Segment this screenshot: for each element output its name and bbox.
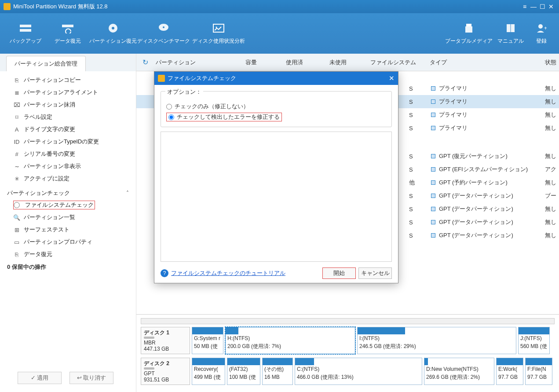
disk-usage-label: ディスク使用状況分析 xyxy=(192,37,245,45)
sidebar-item[interactable]: ✳アクティブに設定 xyxy=(0,172,136,185)
sidebar-item[interactable]: ∼パーティション非表示 xyxy=(0,160,136,172)
cell-fs: S xyxy=(409,206,431,212)
partition-box[interactable]: Recovery(499 MB (使 xyxy=(192,358,225,385)
partition-recovery-label: パーティション復元 xyxy=(89,37,137,45)
refresh-button[interactable]: ↻ xyxy=(136,58,154,66)
cell-type: GPT (データパーティション) xyxy=(431,205,532,213)
radio-check-only[interactable]: チェックのみ（修正しない） xyxy=(166,101,386,112)
filesystem-check-dialog: ファイルシステムチェック ✕ オプション： チェックのみ（修正しない） チェック… xyxy=(154,71,398,283)
sidebar-item-icon: ∼ xyxy=(13,163,20,170)
dialog-title: ファイルシステムチェック xyxy=(168,74,236,82)
partition-label: H:(NTFS) xyxy=(226,334,355,342)
register-button[interactable]: + 登録 xyxy=(528,16,555,51)
manual-label: マニュアル xyxy=(497,37,524,45)
cell-status: 無し xyxy=(532,205,559,213)
maximize-button[interactable]: ☐ xyxy=(538,3,547,10)
sidebar-item[interactable]: ⎘パーティションコピー xyxy=(0,74,136,86)
radio-check-and-fix[interactable]: チェックして検出したエラーを修正する xyxy=(168,113,280,121)
partition-box[interactable]: C:(NTFS)466.0 GB (使用済: 13%) xyxy=(295,358,422,385)
col-type[interactable]: タイプ xyxy=(426,59,532,66)
disk-usage-button[interactable]: ディスク使用状況分析 xyxy=(190,16,247,51)
svg-rect-1 xyxy=(20,29,31,32)
col-partition[interactable]: パーティション xyxy=(154,59,229,66)
benchmark-label: ディスクベンチマーク xyxy=(137,37,190,45)
undo-button[interactable]: ↩ 取り消す xyxy=(69,372,113,384)
partition-sub: 560 MB (使 xyxy=(519,342,549,350)
user-plus-icon: + xyxy=(534,22,548,34)
sidebar-item[interactable]: IDパーティションTypeIDの変更 xyxy=(0,136,136,148)
section-partition-check[interactable]: パーティションチェック ˄ xyxy=(0,185,136,199)
minimize-button[interactable]: — xyxy=(529,3,538,10)
partition-box[interactable]: (FAT32)100 MB (使 xyxy=(227,358,260,385)
cell-fs: S xyxy=(409,125,431,132)
col-capacity[interactable]: 容量 xyxy=(229,59,274,66)
usage-bar xyxy=(497,358,523,365)
radio-check-only-input[interactable] xyxy=(166,104,172,110)
sidebar-item[interactable]: ⊞サーフェステスト xyxy=(0,223,136,236)
sidebar-item[interactable]: ⃝ファイルシステムチェック xyxy=(0,199,136,211)
start-button[interactable]: 開始 xyxy=(322,267,356,279)
cell-type: プライマリ xyxy=(431,111,532,119)
sidebar-item-icon: 🔍 xyxy=(13,214,20,221)
sidebar-item-icon: ⎘ xyxy=(13,251,20,258)
dialog-close-button[interactable]: ✕ xyxy=(389,74,395,82)
partition-box[interactable]: J:(NTFS)560 MB (使 xyxy=(518,327,550,354)
partition-recovery-icon xyxy=(106,22,120,34)
partition-box[interactable]: G:System r50 MB (使 xyxy=(192,327,223,354)
cell-status: 無し xyxy=(532,218,559,226)
hscrollbar[interactable] xyxy=(141,318,555,324)
sidebar-item[interactable]: ⌧パーティション抹消 xyxy=(0,99,136,111)
cell-fs: S xyxy=(409,85,431,92)
data-recovery-label: データ復元 xyxy=(55,37,81,45)
sidebar-item[interactable]: Aドライブ文字の変更 xyxy=(0,123,136,136)
main-toolbar: バックアップ データ復元 パーティション復元 ディスクベンチマーク ディスク使用… xyxy=(0,13,559,54)
partition-box[interactable]: (その他)16 MB xyxy=(262,358,293,385)
data-recovery-button[interactable]: データ復元 xyxy=(47,16,89,51)
partition-box[interactable]: E:Work(97.7 GB xyxy=(496,358,523,385)
titlebar: MiniTool Partition Wizard 無料版 12.8 ≡ — ☐… xyxy=(0,0,559,13)
hamburger-icon[interactable]: ≡ xyxy=(520,3,529,10)
sidebar-item[interactable]: ⌑ラベル設定 xyxy=(0,111,136,123)
partition-box[interactable]: D:New Volume(NTFS)269.6 GB (使用済: 2%) xyxy=(424,358,494,385)
grid-header: ↻ パーティション 容量 使用済 未使用 ファイルシステム タイプ 状態 xyxy=(136,54,559,71)
disk-id-box[interactable]: ディスク 2GPT931.51 GB xyxy=(141,358,190,385)
content-area: ↻ パーティション 容量 使用済 未使用 ファイルシステム タイプ 状態 Sプラ… xyxy=(136,54,559,392)
partition-box[interactable]: I:(NTFS)246.5 GB (使用済: 29%) xyxy=(357,327,516,354)
partition-box[interactable]: H:(NTFS)200.0 GB (使用済: 7%) xyxy=(225,327,355,354)
boot-media-button[interactable]: ブータブルメディア xyxy=(445,16,493,51)
sidebar-item-label: パーティション一覧 xyxy=(24,213,75,221)
sidebar-item-label: パーティションアライメント xyxy=(24,88,98,96)
col-status[interactable]: 状態 xyxy=(532,59,559,66)
sidebar-item-icon: ID xyxy=(13,138,20,145)
partition-sub: 100 MB (使 xyxy=(227,373,260,381)
disk-row: ディスク 1MBR447.13 GBG:System r50 MB (使H:(N… xyxy=(141,327,555,354)
manual-button[interactable]: マニュアル xyxy=(493,16,528,51)
partition-recovery-button[interactable]: パーティション復元 xyxy=(89,16,137,51)
sidebar-item[interactable]: #シリアル番号の変更 xyxy=(0,148,136,160)
tab-partition-management[interactable]: パーティション総合管理 xyxy=(6,56,86,71)
radio-check-and-fix-input[interactable] xyxy=(168,114,174,120)
backup-button[interactable]: バックアップ xyxy=(4,16,47,51)
partition-box[interactable]: F:File(N97.7 GB xyxy=(525,358,552,385)
benchmark-button[interactable]: ディスクベンチマーク xyxy=(137,16,190,51)
partition-label: C:(NTFS) xyxy=(295,365,422,373)
disk-id-box[interactable]: ディスク 1MBR447.13 GB xyxy=(141,327,190,354)
sidebar-item[interactable]: ▭パーティションプロパティ xyxy=(0,236,136,248)
sidebar-item[interactable]: ⎘データ復元 xyxy=(0,248,136,260)
cancel-button[interactable]: キャンセル xyxy=(358,267,392,279)
col-fs[interactable]: ファイルシステム xyxy=(360,59,426,66)
sidebar-item-icon: # xyxy=(13,150,20,158)
sidebar-item-label: サーフェステスト xyxy=(24,226,69,234)
col-used[interactable]: 使用済 xyxy=(274,59,315,66)
close-button[interactable]: ✕ xyxy=(547,3,555,10)
disk-icon xyxy=(144,367,154,370)
help-link[interactable]: ファイルシステムチェックのチュートリアル xyxy=(171,269,285,277)
sidebar-item[interactable]: 🔍パーティション一覧 xyxy=(0,211,136,223)
disk-usage-icon xyxy=(212,22,226,34)
sidebar: パーティション総合管理 ⎘パーティションコピー≣パーティションアライメント⌧パー… xyxy=(0,54,136,392)
col-free[interactable]: 未使用 xyxy=(315,59,360,66)
type-square-icon xyxy=(431,126,435,130)
apply-button[interactable]: ✓ 適用 xyxy=(18,372,62,384)
sidebar-item[interactable]: ≣パーティションアライメント xyxy=(0,86,136,99)
sidebar-item-icon: ⃝ xyxy=(15,201,22,209)
